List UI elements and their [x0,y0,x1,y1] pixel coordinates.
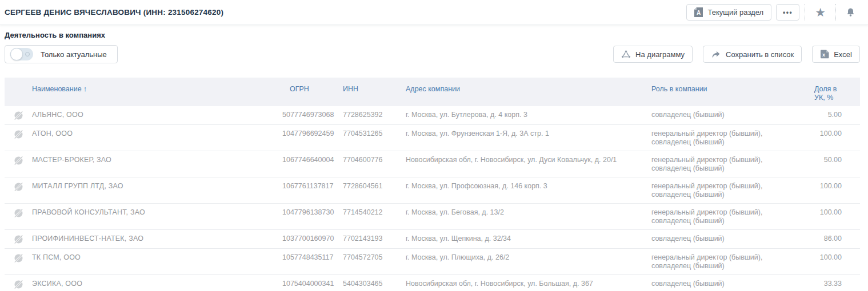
toggle-switch-off[interactable] [10,48,33,60]
company-inn: 7704531265 [343,130,406,138]
to-diagram-button[interactable]: На диаграмму [613,46,693,63]
company-name[interactable]: МАСТЕР-БРОКЕР, ЗАО [32,156,282,164]
company-ogrn: 1067761137817 [282,182,343,191]
company-share: 5.00 [803,111,860,119]
column-header-share[interactable]: Доля в УК, % [803,78,847,102]
table-row[interactable]: ПРАВОВОЙ КОНСУЛЬТАНТ, ЗАО 1047796138730 … [5,204,860,230]
actual-only-toggle[interactable]: Только актуальные [5,45,118,63]
table-row[interactable]: МИТАЛЛ ГРУПП ЛТД, ЗАО 1067761137817 7728… [5,177,860,204]
more-actions-button[interactable]: ••• [776,4,799,21]
save-to-list-button[interactable]: Сохранить в список [703,46,802,63]
company-address: г. Москва, ул. Плющиха, д. 26/2 [406,253,651,262]
inactive-company-icon [14,235,23,244]
company-share: 100.00 [803,253,860,262]
company-address: г. Москва, ул. Бутлерова, д. 4 корп. 3 [406,111,651,119]
excel-export-button[interactable]: x Excel [812,46,860,63]
company-ogrn: 1057748435117 [282,253,343,262]
company-name[interactable]: ЭКСИКА, ООО [32,280,282,288]
company-address: Новосибирская обл, г. Новосибирск, ул. Д… [406,156,651,164]
star-icon: ★ [815,6,826,19]
company-inn: 7704572705 [343,253,406,262]
company-share: 50.00 [803,156,860,164]
page-header: СЕРГЕЕВ ДЕНИС ВЯЧЕСЛАВОВИЧ (ИНН: 2315062… [0,0,868,25]
company-role: совладелец (бывший) [651,111,803,119]
section-title: Деятельность в компаниях [0,25,868,41]
current-section-button[interactable]: A Текущий раздел [686,4,771,21]
company-role: совладелец (бывший) [651,235,803,243]
table-actions: На диаграмму Сохранить в список x Excel [613,46,860,63]
company-ogrn: 5077746973068 [282,111,343,119]
inactive-company-icon [14,280,23,289]
company-role: генеральный директор (бывший), совладеле… [651,208,803,225]
page-title: СЕРГЕЕВ ДЕНИС ВЯЧЕСЛАВОВИЧ (ИНН: 2315062… [5,8,223,17]
inactive-company-icon [14,111,23,120]
company-name[interactable]: ПРАВОВОЙ КОНСУЛЬТАНТ, ЗАО [32,208,282,217]
table-row[interactable]: АТОН, ООО 1047796692459 7704531265 г. Мо… [5,125,860,151]
company-name[interactable]: ПРОИФИНИНВЕСТ-НАТЕК, ЗАО [32,235,282,243]
table-body: АЛЬЯНС, ООО 5077746973068 7728625392 г. … [5,106,860,291]
inactive-company-icon [14,182,23,192]
company-ogrn: 1047796138730 [282,208,343,217]
company-inn: 7728625392 [343,111,406,119]
column-header-role[interactable]: Роль в компании [651,78,803,94]
company-share: 100.00 [803,182,860,191]
company-ogrn: 1047796692459 [282,130,343,138]
company-name[interactable]: АТОН, ООО [32,130,282,138]
company-role: генеральный директор (бывший), совладеле… [651,253,803,270]
inactive-company-icon [14,156,23,165]
company-ogrn: 1067746640004 [282,156,343,164]
company-share: 100.00 [803,130,860,138]
company-inn: 7728604561 [343,182,406,191]
table-row[interactable]: ТК ПСМ, ООО 1057748435117 7704572705 г. … [5,249,860,275]
company-inn: 7702143193 [343,235,406,243]
company-inn: 5404303465 [343,280,406,288]
column-header-address[interactable]: Адрес компании [406,78,651,94]
company-ogrn: 1075404000341 [282,280,343,288]
toggle-label: Только актуальные [41,50,107,59]
column-header-ogrn[interactable]: ОГРН [282,78,343,94]
table-row[interactable]: АЛЬЯНС, ООО 5077746973068 7728625392 г. … [5,106,860,125]
current-section-label: Текущий раздел [707,8,763,17]
column-header-name[interactable]: Наименование↑ [32,78,282,94]
company-name[interactable]: МИТАЛЛ ГРУПП ЛТД, ЗАО [32,182,282,191]
company-share: 100.00 [803,208,860,217]
company-share: 33.33 [803,280,860,288]
sort-ascending-icon: ↑ [83,85,87,93]
separator [835,4,836,21]
companies-table: Наименование↑ ОГРН ИНН Адрес компании Ро… [5,78,860,291]
favorite-star-button[interactable]: ★ [810,5,830,19]
excel-file-icon: x [820,50,829,59]
company-role: генеральный директор (бывший), совладеле… [651,130,803,147]
company-role: совладелец (бывший) [651,280,803,288]
inactive-company-icon [14,208,23,218]
company-address: Новосибирская обл, г. Новосибирск, ул. Б… [406,280,651,288]
column-header-inn[interactable]: ИНН [343,78,406,94]
table-row[interactable]: ПРОИФИНИНВЕСТ-НАТЕК, ЗАО 1037700160970 7… [5,230,860,249]
svg-text:A: A [697,10,701,16]
company-name[interactable]: ТК ПСМ, ООО [32,253,282,262]
excel-label: Excel [834,50,852,59]
company-address: г. Москва, ул. Профсоюзная, д. 146 корп.… [406,182,651,191]
toggle-dot [25,52,30,56]
svg-text:x: x [822,52,825,58]
company-address: г. Москва, ул. Фрунзенская 1-Я, д. 3А ст… [406,130,651,138]
controls-row: Только актуальные На диаграмму Сохранить… [0,41,868,63]
table-row[interactable]: МАСТЕР-БРОКЕР, ЗАО 1067746640004 7704600… [5,151,860,177]
header-actions: A Текущий раздел ••• ★ [686,4,860,21]
table-row[interactable]: ЭКСИКА, ООО 1075404000341 5404303465 Нов… [5,275,860,291]
pdf-file-icon: A [694,7,703,17]
column-header-icon [5,78,32,85]
bell-icon [846,7,855,18]
toggle-knob [10,48,23,60]
separator [805,4,805,21]
notifications-button[interactable] [841,6,860,19]
inactive-company-icon [14,130,23,139]
company-address: г. Москва, ул. Беговая, д. 13/2 [406,208,651,217]
company-name[interactable]: АЛЬЯНС, ООО [32,111,282,119]
company-role: генеральный директор (бывший), совладеле… [651,156,803,173]
diagram-icon [621,50,631,59]
inactive-company-icon [14,253,23,263]
company-address: г. Москва, ул. Щепкина, д. 32/34 [406,235,651,243]
company-ogrn: 1037700160970 [282,235,343,243]
company-inn: 7704600776 [343,156,406,164]
